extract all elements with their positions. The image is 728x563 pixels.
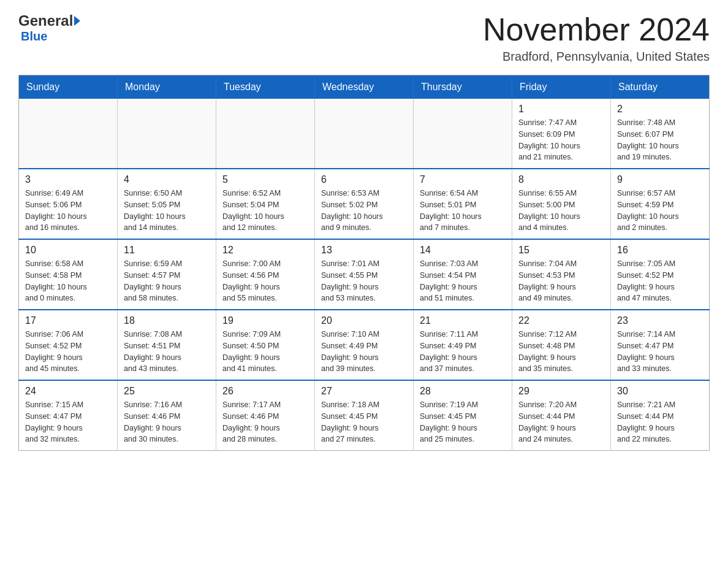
week-row-1: 1Sunrise: 7:47 AM Sunset: 6:09 PM Daylig…	[19, 99, 710, 169]
day-number: 25	[124, 386, 210, 397]
day-number: 30	[617, 386, 703, 397]
weekday-header-thursday: Thursday	[414, 75, 512, 99]
day-info: Sunrise: 7:01 AM Sunset: 4:55 PM Dayligh…	[321, 258, 407, 304]
logo-blue: Blue	[21, 29, 47, 44]
day-number: 22	[518, 315, 604, 326]
calendar-cell: 6Sunrise: 6:53 AM Sunset: 5:02 PM Daylig…	[315, 169, 414, 239]
day-info: Sunrise: 7:00 AM Sunset: 4:56 PM Dayligh…	[222, 258, 308, 304]
day-info: Sunrise: 7:21 AM Sunset: 4:44 PM Dayligh…	[617, 399, 703, 445]
day-info: Sunrise: 7:20 AM Sunset: 4:44 PM Dayligh…	[518, 399, 604, 445]
calendar-cell	[414, 99, 512, 169]
day-number: 29	[518, 386, 604, 397]
week-row-3: 10Sunrise: 6:58 AM Sunset: 4:58 PM Dayli…	[19, 239, 710, 310]
logo-general: General	[18, 12, 73, 29]
header: General Blue November 2024 Bradford, Pen…	[18, 12, 710, 64]
day-number: 18	[124, 315, 210, 326]
weekday-header-monday: Monday	[118, 75, 216, 99]
calendar-cell	[315, 99, 414, 169]
calendar-cell: 21Sunrise: 7:11 AM Sunset: 4:49 PM Dayli…	[414, 310, 512, 380]
calendar-cell: 9Sunrise: 6:57 AM Sunset: 4:59 PM Daylig…	[611, 169, 710, 239]
calendar-cell: 18Sunrise: 7:08 AM Sunset: 4:51 PM Dayli…	[118, 310, 216, 380]
calendar-cell: 23Sunrise: 7:14 AM Sunset: 4:47 PM Dayli…	[611, 310, 710, 380]
day-number: 16	[617, 245, 703, 256]
day-number: 27	[321, 386, 407, 397]
calendar-cell: 20Sunrise: 7:10 AM Sunset: 4:49 PM Dayli…	[315, 310, 414, 380]
day-info: Sunrise: 6:52 AM Sunset: 5:04 PM Dayligh…	[222, 188, 308, 234]
day-number: 24	[25, 386, 111, 397]
calendar-cell: 24Sunrise: 7:15 AM Sunset: 4:47 PM Dayli…	[19, 380, 118, 451]
day-info: Sunrise: 7:15 AM Sunset: 4:47 PM Dayligh…	[25, 399, 111, 445]
title-area: November 2024 Bradford, Pennsylvania, Un…	[483, 12, 710, 64]
day-number: 2	[617, 104, 703, 115]
calendar-cell: 12Sunrise: 7:00 AM Sunset: 4:56 PM Dayli…	[216, 239, 315, 310]
calendar-cell: 30Sunrise: 7:21 AM Sunset: 4:44 PM Dayli…	[611, 380, 710, 451]
calendar-cell	[216, 99, 315, 169]
weekday-header-saturday: Saturday	[611, 75, 710, 99]
calendar-cell: 22Sunrise: 7:12 AM Sunset: 4:48 PM Dayli…	[512, 310, 611, 380]
calendar-cell: 17Sunrise: 7:06 AM Sunset: 4:52 PM Dayli…	[19, 310, 118, 380]
day-info: Sunrise: 7:04 AM Sunset: 4:53 PM Dayligh…	[518, 258, 604, 304]
day-info: Sunrise: 7:08 AM Sunset: 4:51 PM Dayligh…	[124, 329, 210, 375]
day-info: Sunrise: 7:06 AM Sunset: 4:52 PM Dayligh…	[25, 329, 111, 375]
day-info: Sunrise: 7:12 AM Sunset: 4:48 PM Dayligh…	[518, 329, 604, 375]
calendar-cell: 15Sunrise: 7:04 AM Sunset: 4:53 PM Dayli…	[512, 239, 611, 310]
day-number: 11	[124, 245, 210, 256]
calendar-cell: 19Sunrise: 7:09 AM Sunset: 4:50 PM Dayli…	[216, 310, 315, 380]
day-info: Sunrise: 6:53 AM Sunset: 5:02 PM Dayligh…	[321, 188, 407, 234]
weekday-header-wednesday: Wednesday	[315, 75, 414, 99]
day-info: Sunrise: 6:58 AM Sunset: 4:58 PM Dayligh…	[25, 258, 111, 304]
location-title: Bradford, Pennsylvania, United States	[483, 50, 710, 64]
calendar-cell: 11Sunrise: 6:59 AM Sunset: 4:57 PM Dayli…	[118, 239, 216, 310]
day-info: Sunrise: 7:09 AM Sunset: 4:50 PM Dayligh…	[222, 329, 308, 375]
calendar-cell: 27Sunrise: 7:18 AM Sunset: 4:45 PM Dayli…	[315, 380, 414, 451]
day-info: Sunrise: 7:19 AM Sunset: 4:45 PM Dayligh…	[420, 399, 506, 445]
day-number: 19	[222, 315, 308, 326]
calendar-cell	[19, 99, 118, 169]
calendar-cell: 28Sunrise: 7:19 AM Sunset: 4:45 PM Dayli…	[414, 380, 512, 451]
calendar-cell: 14Sunrise: 7:03 AM Sunset: 4:54 PM Dayli…	[414, 239, 512, 310]
calendar-cell: 1Sunrise: 7:47 AM Sunset: 6:09 PM Daylig…	[512, 99, 611, 169]
calendar-cell: 7Sunrise: 6:54 AM Sunset: 5:01 PM Daylig…	[414, 169, 512, 239]
day-info: Sunrise: 6:57 AM Sunset: 4:59 PM Dayligh…	[617, 188, 703, 234]
day-number: 6	[321, 174, 407, 185]
day-info: Sunrise: 7:14 AM Sunset: 4:47 PM Dayligh…	[617, 329, 703, 375]
day-info: Sunrise: 6:50 AM Sunset: 5:05 PM Dayligh…	[124, 188, 210, 234]
calendar-table: SundayMondayTuesdayWednesdayThursdayFrid…	[18, 75, 710, 451]
day-info: Sunrise: 6:59 AM Sunset: 4:57 PM Dayligh…	[124, 258, 210, 304]
day-number: 23	[617, 315, 703, 326]
day-info: Sunrise: 7:10 AM Sunset: 4:49 PM Dayligh…	[321, 329, 407, 375]
day-number: 21	[420, 315, 506, 326]
logo: General Blue	[18, 12, 80, 44]
calendar-cell: 5Sunrise: 6:52 AM Sunset: 5:04 PM Daylig…	[216, 169, 315, 239]
day-number: 3	[25, 174, 111, 185]
week-row-4: 17Sunrise: 7:06 AM Sunset: 4:52 PM Dayli…	[19, 310, 710, 380]
calendar-cell: 2Sunrise: 7:48 AM Sunset: 6:07 PM Daylig…	[611, 99, 710, 169]
calendar-cell: 10Sunrise: 6:58 AM Sunset: 4:58 PM Dayli…	[19, 239, 118, 310]
month-title: November 2024	[483, 12, 710, 47]
day-info: Sunrise: 7:11 AM Sunset: 4:49 PM Dayligh…	[420, 329, 506, 375]
weekday-header-tuesday: Tuesday	[216, 75, 315, 99]
day-number: 1	[518, 104, 604, 115]
day-number: 12	[222, 245, 308, 256]
day-number: 10	[25, 245, 111, 256]
day-info: Sunrise: 7:16 AM Sunset: 4:46 PM Dayligh…	[124, 399, 210, 445]
calendar-cell: 25Sunrise: 7:16 AM Sunset: 4:46 PM Dayli…	[118, 380, 216, 451]
weekday-header-sunday: Sunday	[19, 75, 118, 99]
day-info: Sunrise: 7:48 AM Sunset: 6:07 PM Dayligh…	[617, 117, 703, 163]
calendar-cell: 29Sunrise: 7:20 AM Sunset: 4:44 PM Dayli…	[512, 380, 611, 451]
day-number: 7	[420, 174, 506, 185]
calendar-cell: 3Sunrise: 6:49 AM Sunset: 5:06 PM Daylig…	[19, 169, 118, 239]
day-number: 8	[518, 174, 604, 185]
day-info: Sunrise: 6:55 AM Sunset: 5:00 PM Dayligh…	[518, 188, 604, 234]
day-number: 9	[617, 174, 703, 185]
day-number: 5	[222, 174, 308, 185]
logo-arrow-icon	[74, 16, 80, 26]
calendar-cell: 26Sunrise: 7:17 AM Sunset: 4:46 PM Dayli…	[216, 380, 315, 451]
day-number: 13	[321, 245, 407, 256]
day-number: 4	[124, 174, 210, 185]
day-info: Sunrise: 7:18 AM Sunset: 4:45 PM Dayligh…	[321, 399, 407, 445]
day-number: 20	[321, 315, 407, 326]
day-info: Sunrise: 6:54 AM Sunset: 5:01 PM Dayligh…	[420, 188, 506, 234]
day-number: 28	[420, 386, 506, 397]
weekday-header-row: SundayMondayTuesdayWednesdayThursdayFrid…	[19, 75, 710, 99]
